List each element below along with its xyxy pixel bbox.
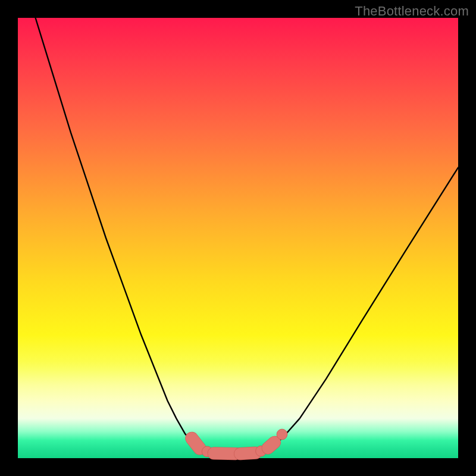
curve-marker-pill	[192, 439, 199, 449]
curve-layer	[18, 18, 458, 458]
bottleneck-curve	[36, 18, 458, 454]
curve-marker-pill	[268, 442, 274, 448]
curve-marker-dot	[277, 429, 287, 440]
watermark-text: TheBottleneck.com	[355, 4, 469, 19]
curve-marker-pill	[240, 453, 256, 453]
curve-markers	[192, 429, 287, 457]
curve-marker-pill	[214, 453, 236, 454]
chart-frame: TheBottleneck.com	[0, 0, 476, 476]
